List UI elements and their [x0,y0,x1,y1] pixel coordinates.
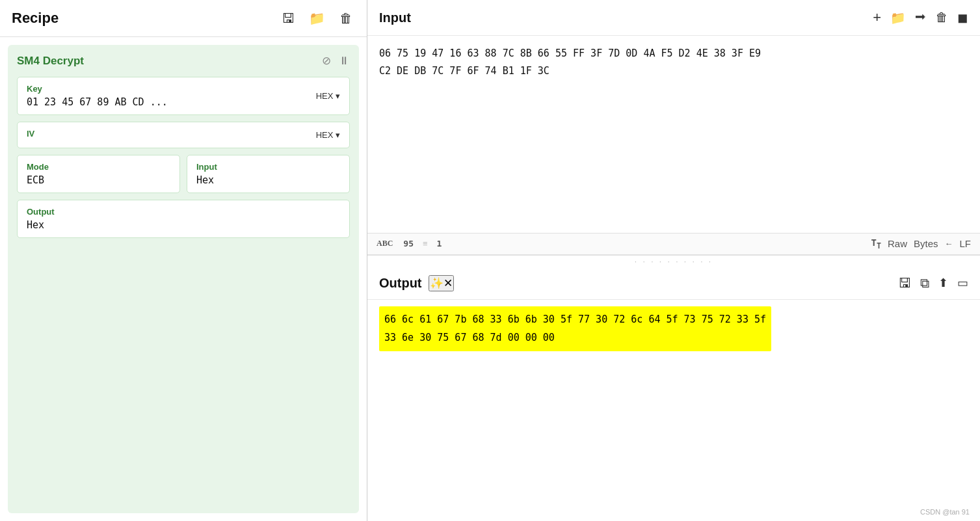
output-field-box: Output Hex [17,200,350,238]
output-upload-button[interactable]: ⬆ [938,276,948,290]
key-field-box: Key 01 23 45 67 89 AB CD ... HEX ▾ [17,77,350,115]
divider-dots: · · · · · · · · · · [367,256,980,267]
iv-label: IV [27,129,34,139]
output-value: Hex [27,219,340,231]
input-section: Input + 📁 ⮕ 🗑 ◼ 06 75 19 47 16 63 88 7C … [367,0,980,256]
output-label: Output [27,207,340,217]
output-highlighted-block: 66 6c 61 67 7b 68 33 6b 6b 30 5f 77 30 7… [379,306,771,351]
footer-left: ABC 95 ≡ 1 [377,239,860,248]
line-count: 1 [437,239,442,248]
mode-value: ECB [27,174,170,186]
mode-field-box: Mode ECB [17,155,180,193]
sm4-icons: ⊘ ⏸ [322,54,350,68]
key-field-group: Key 01 23 45 67 89 AB CD ... [27,84,168,108]
input-grid-button[interactable]: ◼ [957,10,968,25]
input-type-value: Hex [196,174,340,186]
input-type-field-box: Input Hex [187,155,350,193]
output-copy-button[interactable]: ⧉ [920,276,929,291]
arrow-icon: ← [944,239,953,248]
output-fullscreen-button[interactable]: ▭ [957,276,968,290]
input-open-button[interactable]: 📁 [890,10,906,25]
input-footer: ABC 95 ≡ 1 TT Raw Bytes ← LF [367,233,980,254]
bytes-button[interactable]: Bytes [914,238,938,249]
input-import-button[interactable]: ⮕ [915,11,927,25]
sm4-disable-button[interactable]: ⊘ [322,54,331,68]
sm4-title: SM4 Decrypt [17,55,322,68]
iv-field-box: IV HEX ▾ [17,122,350,148]
recipe-header: Recipe 🖫 📁 🗑 [0,0,367,37]
input-delete-button[interactable]: 🗑 [936,10,948,25]
left-panel: Recipe 🖫 📁 🗑 SM4 Decrypt ⊘ ⏸ Key [0,0,367,521]
output-line-2: 33 6e 30 75 67 68 7d 00 00 00 [384,332,555,343]
recipe-header-icons: 🖫 📁 🗑 [279,9,355,27]
output-header-right: 🖫 ⧉ ⬆ ▭ [898,276,968,291]
input-line-1: 06 75 19 47 16 63 88 7C 8B 66 55 FF 3F 7… [379,45,968,62]
open-recipe-button[interactable]: 📁 [306,9,328,27]
output-header: Output ✨✕ 🖫 ⧉ ⬆ ▭ [367,267,980,300]
raw-button[interactable]: Raw [888,238,907,249]
iv-type-selector[interactable]: HEX ▾ [316,130,340,140]
key-value: 01 23 45 67 89 AB CD ... [27,96,168,108]
output-content-area: 66 6c 61 67 7b 68 33 6b 6b 30 5f 77 30 7… [367,300,980,522]
footer-right: TT Raw Bytes ← LF [871,237,971,250]
input-add-button[interactable]: + [873,9,881,26]
input-content-area[interactable]: 06 75 19 47 16 63 88 7C 8B 66 55 FF 3F 7… [367,36,980,233]
delete-recipe-button[interactable]: 🗑 [337,9,355,27]
iv-field-row: IV HEX ▾ [27,129,340,141]
magic-wand-button[interactable]: ✨✕ [429,275,454,291]
key-field-row: Key 01 23 45 67 89 AB CD ... HEX ▾ [27,84,340,108]
recipe-title: Recipe [12,10,279,27]
footer-separator-1: ≡ [423,239,428,248]
key-type-selector[interactable]: HEX ▾ [316,91,340,101]
output-save-button[interactable]: 🖫 [898,276,911,291]
watermark: CSDN @tan 91 [920,508,970,516]
input-type-label: Input [196,162,340,172]
output-section: Output ✨✕ 🖫 ⧉ ⬆ ▭ 66 6c 61 67 7b 68 33 6… [367,267,980,522]
mode-input-row: Mode ECB Input Hex [17,155,350,200]
output-line-1: 66 6c 61 67 7b 68 33 6b 6b 30 5f 77 30 7… [384,314,766,325]
input-header-icons: + 📁 ⮕ 🗑 ◼ [873,9,968,26]
key-label: Key [27,84,168,94]
mode-label: Mode [27,162,170,172]
right-panel: Input + 📁 ⮕ 🗑 ◼ 06 75 19 47 16 63 88 7C … [367,0,980,521]
input-section-header: Input + 📁 ⮕ 🗑 ◼ [367,0,980,36]
input-section-title: Input [379,10,873,25]
save-recipe-button[interactable]: 🖫 [279,9,297,27]
output-title: Output [379,276,422,291]
recipe-content: SM4 Decrypt ⊘ ⏸ Key 01 23 45 67 89 AB CD… [8,45,359,513]
lf-button[interactable]: LF [959,238,971,249]
input-line-2: C2 DE DB 7C 7F 6F 74 B1 1F 3C [379,62,968,80]
tt-icon: TT [871,237,881,250]
iv-field-group: IV [27,129,34,141]
char-count: 95 [403,239,414,248]
sm4-header: SM4 Decrypt ⊘ ⏸ [17,54,350,68]
abc-icon: ABC [377,239,393,248]
sm4-pause-button[interactable]: ⏸ [339,54,350,68]
